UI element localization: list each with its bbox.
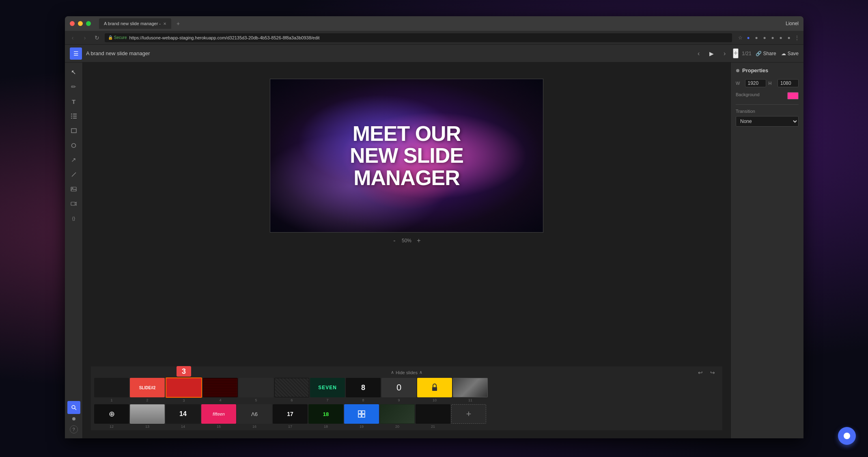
star-icon[interactable]: ☆ xyxy=(737,34,743,41)
close-button[interactable] xyxy=(70,21,75,26)
save-button[interactable]: ☁ Save xyxy=(781,51,799,56)
svg-line-8 xyxy=(72,172,76,177)
menu-button[interactable]: ☰ xyxy=(70,47,82,60)
forward-button[interactable]: › xyxy=(80,33,89,42)
background-color-swatch[interactable] xyxy=(787,92,799,99)
add-slide-button-thumb[interactable]: + xyxy=(451,404,486,424)
image-tool[interactable] xyxy=(67,183,80,196)
minimize-button[interactable] xyxy=(78,21,83,26)
url-bar[interactable]: 🔒 Secure https://ludusone-webapp-staging… xyxy=(105,33,732,42)
slide-thumbnail-18[interactable]: 18 xyxy=(308,404,343,424)
slide-num-4: 4 xyxy=(219,398,221,402)
slide-thumb-6: 6 xyxy=(274,378,309,402)
slide-num-18: 18 xyxy=(324,425,328,429)
slide-thumbnail-21[interactable] xyxy=(416,404,450,424)
slide-thumbnail-4[interactable] xyxy=(203,378,238,397)
add-slide-thumb: + xyxy=(451,404,486,429)
ext-icon-6[interactable]: ● xyxy=(786,34,792,41)
undo-button[interactable]: ↩ xyxy=(696,368,705,377)
fab-button[interactable] xyxy=(838,427,856,445)
ext-icon-5[interactable]: ● xyxy=(778,34,784,41)
redo-button[interactable]: ↪ xyxy=(708,368,717,377)
settings-icon[interactable]: ⋮ xyxy=(794,34,800,41)
slide-counter: 1/21 xyxy=(742,51,751,56)
width-input[interactable]: 1920 xyxy=(745,79,766,87)
slide-2-label: SLIDE#2 xyxy=(139,386,156,390)
back-button[interactable]: ‹ xyxy=(68,33,77,42)
svg-rect-17 xyxy=(358,414,361,417)
slide-thumbnail-16[interactable]: Λ6 xyxy=(237,404,272,424)
slide-num-20: 20 xyxy=(395,425,399,429)
draw-tool[interactable]: ✏ xyxy=(67,80,80,93)
slide-thumbnail-8[interactable]: 8 xyxy=(346,378,381,397)
ext-icon-4[interactable]: ● xyxy=(769,34,776,41)
slide-thumbnail-9[interactable]: 0 xyxy=(381,378,416,397)
slide-thumbnail-6[interactable] xyxy=(274,378,309,397)
text-tool[interactable]: T xyxy=(67,95,80,108)
slide-num-6: 6 xyxy=(291,398,293,402)
zoom-in-button[interactable]: + xyxy=(415,237,423,245)
slide-12-label: ⊕ xyxy=(109,410,115,418)
svg-rect-4 xyxy=(71,118,72,119)
slide-thumbnail-1[interactable] xyxy=(94,378,129,397)
new-tab-button[interactable]: + xyxy=(173,18,183,29)
slide-thumbnail-10[interactable] xyxy=(417,378,452,397)
slide-num-11: 11 xyxy=(468,398,472,402)
prev-slide-button[interactable]: ‹ xyxy=(694,49,704,58)
add-slide-button[interactable]: + xyxy=(733,48,739,58)
line-tool[interactable] xyxy=(67,168,80,181)
select-tool[interactable]: ↖ xyxy=(67,66,80,79)
slide-canvas[interactable]: MEET OUR NEW SLIDE MANAGER xyxy=(270,79,543,233)
active-tab[interactable]: A brand new slide manager - ✕ xyxy=(99,18,171,29)
ext-icon-1[interactable]: ● xyxy=(745,34,752,41)
share-button[interactable]: 🔗 Share xyxy=(756,51,776,56)
code-tool[interactable]: {} xyxy=(67,212,80,225)
svg-rect-1 xyxy=(73,114,77,114)
circle-tool[interactable] xyxy=(67,139,80,152)
svg-line-13 xyxy=(75,408,76,410)
slide-15-label: fifteen xyxy=(213,412,225,416)
help-button[interactable]: ? xyxy=(70,425,78,433)
svg-rect-6 xyxy=(71,129,76,133)
ext-icon-2[interactable]: ● xyxy=(753,34,760,41)
play-button[interactable]: ▶ xyxy=(707,49,717,58)
fullscreen-button[interactable] xyxy=(86,21,91,26)
slide-thumbnail-17[interactable]: 17 xyxy=(273,404,308,424)
height-input[interactable]: 1080 xyxy=(778,79,799,87)
search-tool[interactable] xyxy=(67,401,80,414)
slide-thumbnail-7[interactable]: SEVEN xyxy=(310,378,345,397)
background-row: Background xyxy=(736,92,799,99)
tab-close-icon[interactable]: ✕ xyxy=(163,22,166,26)
slide-thumb-21: 21 xyxy=(416,404,450,429)
slide-thumbnail-14[interactable]: 14 xyxy=(166,404,200,424)
transition-select[interactable]: None Fade Slide Zoom xyxy=(736,116,799,127)
slide-thumbnail-13[interactable] xyxy=(130,404,165,424)
app-content: ☰ A brand new slide manager ‹ ▶ › + 1/21… xyxy=(65,45,803,438)
slide-thumbnail-15[interactable]: fifteen xyxy=(201,404,236,424)
slide-thumbnail-12[interactable]: ⊕ xyxy=(94,404,129,424)
height-label: H xyxy=(769,81,775,86)
url-text: https://ludusone-webapp-staging.herokuap… xyxy=(129,35,319,40)
slide-thumbnail-11[interactable] xyxy=(453,378,488,397)
slide-strip-row-1: 1 SLIDE#2 2 3 3 xyxy=(91,377,722,403)
list-tool[interactable] xyxy=(67,110,80,123)
next-slide-button[interactable]: › xyxy=(720,49,730,58)
ext-icon-3[interactable]: ● xyxy=(761,34,768,41)
slide-thumb-17: 17 17 xyxy=(273,404,308,429)
zoom-controls: - 50% + xyxy=(390,237,423,245)
svg-rect-11 xyxy=(71,202,75,205)
rectangle-tool[interactable] xyxy=(67,124,80,137)
share-icon: 🔗 xyxy=(756,51,762,56)
background-label: Background xyxy=(736,92,760,97)
hide-slides-button[interactable]: ∧ Hide slides ∧ xyxy=(391,370,422,375)
slide-thumbnail-5[interactable] xyxy=(239,378,274,397)
refresh-button[interactable]: ↻ xyxy=(93,33,101,42)
slide-thumbnail-3[interactable] xyxy=(166,377,202,398)
slide-thumbnail-2[interactable]: SLIDE#2 xyxy=(130,378,165,397)
slide-thumbnail-19[interactable] xyxy=(344,404,379,424)
zoom-out-button[interactable]: - xyxy=(390,237,398,245)
arrow-tool[interactable]: ↗ xyxy=(67,153,80,166)
video-tool[interactable] xyxy=(67,197,80,210)
svg-rect-0 xyxy=(71,114,72,114)
slide-thumbnail-20[interactable] xyxy=(380,404,415,424)
